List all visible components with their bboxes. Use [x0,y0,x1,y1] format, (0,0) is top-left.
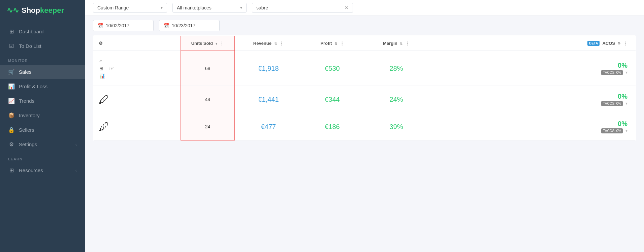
sidebar-item-todo[interactable]: ☑ To Do List [0,39,85,53]
acos-sort-icon[interactable]: ⇅ [618,41,620,45]
acos-value-2: 0% [436,93,628,100]
profit-value-3: €186 [325,123,340,130]
margin-label: Margin [383,41,397,46]
td-profit-2: €344 [302,86,363,113]
units-sold-value-1: 68 [205,66,211,71]
acos-menu-icon[interactable]: ⋮ [623,41,627,46]
acos-label: ACOS [602,41,615,46]
grid-view-icon[interactable]: ⊞ [99,65,106,71]
acos-dropdown-1[interactable]: ▾ [625,70,627,75]
dashboard-icon: ⊞ [8,28,15,35]
sidebar-item-profitloss[interactable]: 📊 Profit & Loss [0,79,85,94]
td-revenue-1: €1,918 [235,51,302,86]
collapse-icon[interactable]: « [99,58,106,64]
acos-value-3: 0% [436,120,628,128]
revenue-value-1: €1,918 [258,65,279,72]
search-field[interactable]: sabre ✕ [252,3,353,13]
th-units-sold: Units Sold ▾ ⋮ [181,36,235,51]
units-sold-sort-icon[interactable]: ▾ [216,42,217,45]
main-content: Custom Range ▾ All marketplaces ▾ sabre … [85,0,644,252]
revenue-menu-icon[interactable]: ⋮ [279,41,284,46]
tacos-badge-3: TACOS: 0% [601,128,623,133]
margin-menu-icon[interactable]: ⋮ [405,41,410,46]
td-revenue-2: €1,441 [235,86,302,113]
monitor-section-label: MONITOR [0,53,85,65]
logo-text: Shopkeeper [22,6,64,15]
tacos-badge-2: TACOS: 0% [601,101,623,106]
td-profit-1: €530 [302,51,363,86]
td-acos-2: 0% TACOS: 0% ▾ [430,86,636,113]
end-date-value: 10/23/2017 [172,23,195,28]
product-image-3: 🖊 [99,121,109,132]
sidebar-item-settings[interactable]: ⚙ Settings ‹ [0,137,85,152]
date-range-label: Custom Range [97,5,129,10]
revenue-sort-icon[interactable]: ⇅ [274,42,277,45]
sidebar-item-label: Profit & Loss [19,84,47,89]
th-product: ⚙ [93,36,181,51]
revenue-label: Revenue [253,41,271,46]
product-image-2: 🖊 [99,94,109,105]
todo-icon: ☑ [8,43,15,49]
units-sold-menu-icon[interactable]: ⋮ [220,41,224,46]
sidebar-item-dashboard[interactable]: ⊞ Dashboard [0,24,85,39]
sidebar-item-resources[interactable]: ⊞ Resources ‹ [0,163,85,178]
th-margin: Margin ⇅ ⋮ [363,36,430,51]
table-area: ⚙ Units Sold ▾ ⋮ Revenue ⇅ ⋮ Profit ⇅ [85,35,644,252]
sales-table: ⚙ Units Sold ▾ ⋮ Revenue ⇅ ⋮ Profit ⇅ [93,35,636,141]
date-range-chevron-icon: ▾ [161,5,163,10]
acos-value-1: 0% [436,62,628,69]
margin-value-1: 28% [389,65,403,72]
view-icons-1: « ⊞ 📊 [99,58,106,79]
search-clear-button[interactable]: ✕ [345,5,349,10]
marketplace-label: All marketplaces [177,5,212,10]
units-sold-label: Units Sold [191,41,213,46]
settings-icon: ⚙ [8,141,15,148]
th-profit: Profit ⇅ ⋮ [302,36,363,51]
cursor-icon: ☞ [108,64,115,72]
sidebar-item-inventory[interactable]: 📦 Inventory [0,108,85,123]
profit-sort-icon[interactable]: ⇅ [334,42,337,45]
td-acos-3: 0% TACOS: 0% ▾ [430,113,636,140]
td-acos-1: 0% TACOS: 0% ▾ [430,51,636,86]
td-units-sold-3: 24 [181,113,235,140]
chevron-left-icon2: ‹ [75,168,77,173]
profitloss-icon: 📊 [8,83,15,90]
filter-bar: Custom Range ▾ All marketplaces ▾ sabre … [85,0,644,16]
profit-menu-icon[interactable]: ⋮ [340,41,344,46]
date-range-select[interactable]: Custom Range ▾ [93,3,167,13]
start-date-value: 10/02/2017 [106,23,129,28]
marketplace-select[interactable]: All marketplaces ▾ [172,3,247,13]
sidebar-item-label: Trends [19,98,34,104]
gear-icon[interactable]: ⚙ [99,41,103,46]
td-units-sold-2: 44 [181,86,235,113]
search-value: sabre [256,5,268,10]
td-margin-3: 39% [363,113,430,140]
start-date-input[interactable]: 📅 10/02/2017 [93,20,154,31]
revenue-value-2: €1,441 [258,96,279,103]
learn-section-label: LEARN [0,152,85,163]
revenue-value-3: €477 [261,123,276,130]
chevron-left-icon: ‹ [75,142,77,147]
chart-view-icon[interactable]: 📊 [99,73,106,79]
td-revenue-3: €477 [235,113,302,140]
sidebar-item-label: To Do List [19,43,41,49]
td-margin-2: 24% [363,86,430,113]
sidebar-item-sales[interactable]: 🛒 Sales [0,65,85,79]
sellers-icon: 🔒 [8,127,15,133]
units-sold-value-2: 44 [205,97,211,102]
th-acos: BETA ACOS ⇅ ⋮ [430,36,636,51]
sidebar-item-trends[interactable]: 📈 Trends [0,94,85,108]
acos-dropdown-3[interactable]: ▾ [625,128,627,133]
margin-sort-icon[interactable]: ⇅ [400,42,402,45]
end-date-input[interactable]: 📅 10/23/2017 [159,20,220,31]
profit-label: Profit [320,41,332,46]
marketplace-chevron-icon: ▾ [240,5,242,10]
acos-dropdown-2[interactable]: ▾ [625,101,627,106]
sidebar-item-label: Inventory [19,113,40,118]
td-product-2: 🖊 [93,86,181,113]
table-row: 🖊 24 €477 €186 39% [93,113,636,140]
sidebar-item-sellers[interactable]: 🔒 Sellers [0,123,85,137]
table-row: 🖊 44 €1,441 €344 24% [93,86,636,113]
beta-badge: BETA [587,41,600,46]
tacos-badge-1: TACOS: 0% [601,70,623,75]
